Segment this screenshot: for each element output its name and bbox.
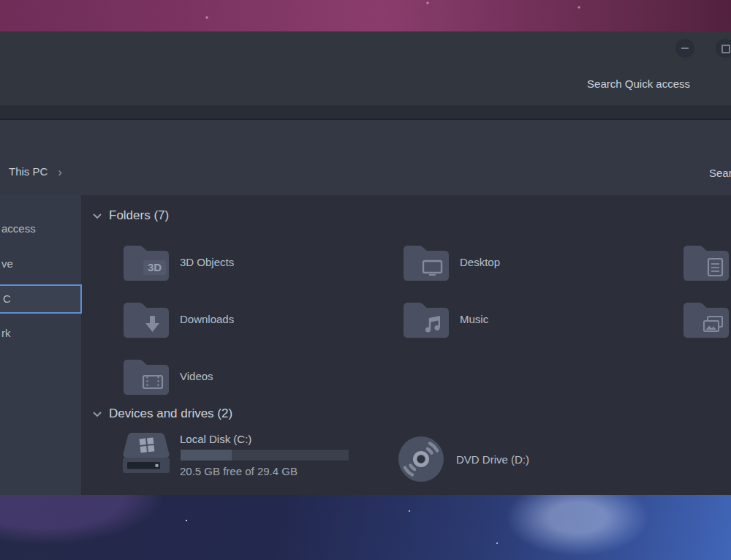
drive-free-space: 20.5 GB free of 29.4 GB <box>180 465 349 477</box>
folder-desktop-icon <box>401 241 452 283</box>
maximize-icon <box>721 45 730 53</box>
folder-label: Downloads <box>180 313 234 325</box>
folder-label: Music <box>460 313 488 325</box>
sidebar-item-onedrive[interactable]: ve <box>0 251 82 276</box>
main-area: access ve C rk Folders (7) 3D 3D Objects <box>0 195 731 495</box>
folder-label: 3D Objects <box>180 256 234 268</box>
file-explorer-window: Search Quick access This PC › Sear acces… <box>0 31 731 495</box>
breadcrumb: This PC › <box>9 165 62 178</box>
sidebar-item-network[interactable]: rk <box>0 321 82 346</box>
drives-section-header[interactable]: Devices and drives (2) <box>92 406 232 421</box>
3d-badge: 3D <box>143 260 166 275</box>
folder-tile-3d-objects[interactable]: 3D 3D Objects <box>121 241 234 283</box>
dvd-disc-icon <box>397 435 445 483</box>
chevron-down-icon <box>92 411 102 417</box>
drive-label: Local Disk (C:) <box>180 433 349 445</box>
drive-tile-local-disk-c[interactable]: Local Disk (C:) 20.5 GB free of 29.4 GB <box>121 431 349 480</box>
drive-tile-dvd-d[interactable]: DVD Drive (D:) <box>397 435 529 483</box>
folder-label: Videos <box>180 370 213 382</box>
quick-access-search-input[interactable]: Search Quick access <box>587 77 690 90</box>
folder-pictures-icon <box>681 298 731 340</box>
folder-tile-music[interactable]: Music <box>401 298 488 340</box>
items-view: Folders (7) 3D 3D Objects <box>82 195 731 495</box>
drive-label: DVD Drive (D:) <box>456 453 529 466</box>
sidebar-item-this-pc[interactable]: C <box>0 284 82 314</box>
folder-music-icon <box>401 298 452 340</box>
wallpaper-bottom-strip <box>0 495 731 560</box>
folder-downloads-icon <box>121 298 172 340</box>
folder-documents-icon <box>681 241 731 283</box>
folders-section-title: Folders (7) <box>109 208 169 223</box>
disk-usage-fill <box>181 450 232 461</box>
drives-section-title: Devices and drives (2) <box>109 406 232 421</box>
folder-tile-downloads[interactable]: Downloads <box>121 298 234 340</box>
maximize-button[interactable] <box>716 39 731 58</box>
folder-label: Desktop <box>460 256 500 268</box>
folder-videos-icon <box>121 355 172 397</box>
folders-section-header[interactable]: Folders (7) <box>92 208 169 223</box>
folder-tile-documents[interactable] <box>681 241 731 283</box>
minimize-button[interactable] <box>675 39 694 58</box>
chevron-right-icon[interactable]: › <box>58 166 62 178</box>
disk-usage-bar <box>180 449 349 461</box>
address-bar: This PC › Sear <box>0 120 731 195</box>
minimize-icon <box>681 48 689 49</box>
chevron-down-icon <box>92 213 102 219</box>
drive-info: Local Disk (C:) 20.5 GB free of 29.4 GB <box>180 431 349 477</box>
folder-tile-desktop[interactable]: Desktop <box>401 241 500 283</box>
navigation-pane: access ve C rk <box>0 195 82 495</box>
folder-3d-icon: 3D <box>121 241 172 283</box>
wallpaper-top-strip <box>0 0 731 31</box>
hard-drive-icon <box>121 431 172 480</box>
explorer-search-input[interactable]: Sear <box>709 167 731 179</box>
sidebar-item-quick-access[interactable]: access <box>0 216 82 241</box>
ribbon-divider-band <box>0 105 731 120</box>
folder-tile-videos[interactable]: Videos <box>121 355 213 397</box>
folder-tile-pictures[interactable] <box>681 298 731 340</box>
breadcrumb-this-pc[interactable]: This PC <box>9 165 48 178</box>
